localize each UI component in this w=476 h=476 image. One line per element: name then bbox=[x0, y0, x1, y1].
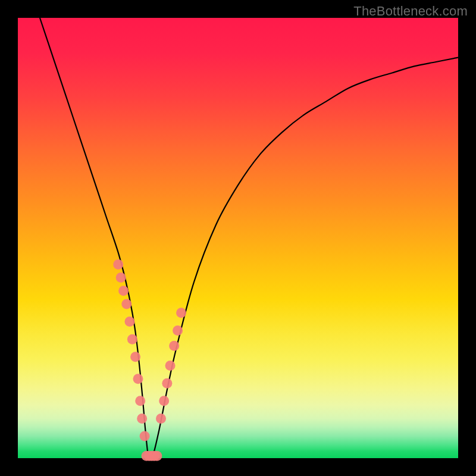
data-marker bbox=[130, 352, 140, 362]
bottleneck-curve bbox=[40, 18, 458, 462]
data-marker bbox=[113, 259, 123, 270]
data-marker bbox=[156, 414, 166, 424]
data-marker bbox=[152, 451, 162, 461]
marker-group bbox=[113, 259, 186, 461]
data-marker bbox=[135, 396, 145, 406]
data-marker bbox=[121, 299, 131, 309]
chart-svg bbox=[18, 18, 458, 458]
data-marker bbox=[124, 317, 134, 327]
data-marker bbox=[118, 286, 129, 296]
data-marker bbox=[137, 414, 147, 424]
data-marker bbox=[176, 308, 186, 318]
data-marker bbox=[133, 374, 143, 384]
data-marker bbox=[173, 325, 183, 336]
data-marker bbox=[169, 341, 179, 351]
data-marker bbox=[159, 396, 169, 406]
chart-plot-area bbox=[18, 18, 458, 458]
data-marker bbox=[127, 334, 137, 345]
data-marker bbox=[116, 273, 126, 283]
data-marker bbox=[140, 431, 150, 441]
data-marker bbox=[165, 361, 176, 371]
watermark-label: TheBottleneck.com bbox=[353, 4, 468, 19]
data-marker bbox=[162, 378, 172, 389]
